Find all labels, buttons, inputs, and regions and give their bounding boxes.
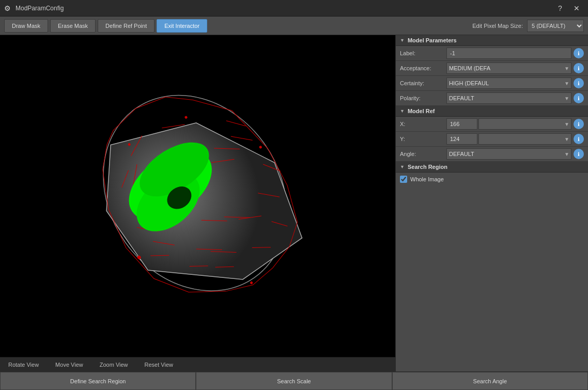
view-controls: Rotate View Move View Zoom View Reset Vi… <box>0 357 395 371</box>
move-view-button[interactable]: Move View <box>55 362 83 368</box>
acceptance-select-wrapper: MEDIUM (DEFA ▼ <box>446 63 571 74</box>
acceptance-select[interactable]: MEDIUM (DEFA <box>447 65 563 71</box>
acceptance-value-group: MEDIUM (DEFA ▼ <box>446 63 571 74</box>
pixel-map-area: Edit Pixel Map Size: 5 (DEFAULT) <box>472 20 584 32</box>
whole-image-row: Whole Image <box>400 176 584 183</box>
exit-interactor-button[interactable]: Exit Interactor <box>157 19 207 33</box>
zoom-view-button[interactable]: Zoom View <box>100 362 128 368</box>
canvas-area: Rotate View Move View Zoom View Reset Vi… <box>0 35 395 371</box>
y-label: Y: <box>400 136 446 142</box>
certainty-info-button[interactable]: ℹ <box>574 78 584 88</box>
angle-row: Angle: DEFAULT ▼ ℹ <box>396 147 588 162</box>
angle-select-arrow: ▼ <box>563 151 571 157</box>
search-region-content: Whole Image <box>396 173 588 186</box>
canvas-viewport[interactable] <box>0 35 395 357</box>
help-button[interactable]: ? <box>553 2 567 14</box>
search-region-arrow: ▼ <box>400 164 405 169</box>
y-select-arrow: ▼ <box>563 136 571 142</box>
angle-value-group: DEFAULT ▼ <box>446 148 571 160</box>
erase-mask-button[interactable]: Erase Mask <box>50 19 96 33</box>
label-info-button[interactable]: ℹ <box>574 48 584 58</box>
x-label: X: <box>400 121 446 127</box>
y-input[interactable] <box>446 133 477 145</box>
model-params-title: Model Parameters <box>408 37 457 43</box>
search-scale-button[interactable]: Search Scale <box>196 372 392 390</box>
angle-select-wrapper: DEFAULT ▼ <box>446 148 571 160</box>
x-select[interactable] <box>479 121 563 127</box>
x-row: X: ▼ ℹ <box>396 117 588 132</box>
reset-view-button[interactable]: Reset View <box>145 362 173 368</box>
close-button[interactable]: ✕ <box>569 2 584 14</box>
right-panel: ▼ Model Parameters Label: ℹ Acceptance: … <box>395 35 588 371</box>
certainty-value-group: HIGH (DEFAUL ▼ <box>446 77 571 89</box>
polarity-value-group: DEFAULT ▼ <box>446 92 571 104</box>
search-region-header[interactable]: ▼ Search Region <box>396 162 588 173</box>
polarity-select-arrow: ▼ <box>563 96 571 101</box>
label-value-group <box>446 48 571 59</box>
app-title: ModParamConfig <box>16 5 64 12</box>
x-info-button[interactable]: ℹ <box>574 119 584 129</box>
x-input[interactable] <box>446 118 477 130</box>
certainty-select-arrow: ▼ <box>563 81 571 86</box>
model-ref-title: Model Ref <box>408 108 435 114</box>
certainty-label: Certainty: <box>400 80 446 86</box>
title-bar-left: ⚙ ModParamConfig <box>4 4 64 12</box>
certainty-select[interactable]: HIGH (DEFAUL <box>447 80 563 86</box>
whole-image-label: Whole Image <box>410 176 444 182</box>
certainty-row: Certainty: HIGH (DEFAUL ▼ ℹ <box>396 76 588 91</box>
label-input[interactable] <box>446 48 571 59</box>
polarity-select-wrapper: DEFAULT ▼ <box>446 92 571 104</box>
polarity-info-button[interactable]: ℹ <box>574 93 584 103</box>
acceptance-row: Acceptance: MEDIUM (DEFA ▼ ℹ <box>396 61 588 76</box>
label-row: Label: ℹ <box>396 46 588 61</box>
title-bar-controls: ? ✕ <box>553 2 584 14</box>
acceptance-select-arrow: ▼ <box>563 66 571 71</box>
angle-select[interactable]: DEFAULT <box>447 151 563 157</box>
bottom-bar: Define Search Region Search Scale Search… <box>0 371 588 390</box>
pixel-map-label: Edit Pixel Map Size: <box>472 23 523 29</box>
x-select-arrow: ▼ <box>563 121 571 127</box>
y-value-group: ▼ <box>446 133 571 145</box>
toolbar: Draw Mask Erase Mask Define Ref Point Ex… <box>0 17 588 35</box>
model-ref-arrow: ▼ <box>400 108 405 114</box>
acceptance-label: Acceptance: <box>400 65 446 71</box>
define-search-region-button[interactable]: Define Search Region <box>0 372 196 390</box>
y-row: Y: ▼ ℹ <box>396 132 588 147</box>
angle-info-button[interactable]: ℹ <box>574 149 584 159</box>
y-select[interactable] <box>479 136 563 142</box>
y-select-wrapper: ▼ <box>478 133 571 145</box>
draw-mask-button[interactable]: Draw Mask <box>4 19 48 33</box>
model-ref-header[interactable]: ▼ Model Ref <box>396 106 588 117</box>
whole-image-checkbox[interactable] <box>400 176 407 183</box>
model-params-arrow: ▼ <box>400 38 405 43</box>
angle-label: Angle: <box>400 151 446 157</box>
model-params-header[interactable]: ▼ Model Parameters <box>396 35 588 46</box>
title-bar: ⚙ ModParamConfig ? ✕ <box>0 0 588 17</box>
acceptance-info-button[interactable]: ℹ <box>574 63 584 73</box>
x-value-group: ▼ <box>446 118 571 130</box>
canvas-svg <box>0 35 395 357</box>
y-info-button[interactable]: ℹ <box>574 134 584 144</box>
polarity-select[interactable]: DEFAULT <box>447 95 563 101</box>
define-ref-point-button[interactable]: Define Ref Point <box>98 19 154 33</box>
rotate-view-button[interactable]: Rotate View <box>8 362 39 368</box>
search-region-title: Search Region <box>408 164 447 170</box>
certainty-select-wrapper: HIGH (DEFAUL ▼ <box>446 77 571 89</box>
label-field-label: Label: <box>400 50 446 56</box>
pixel-map-select[interactable]: 5 (DEFAULT) <box>527 20 584 32</box>
polarity-label: Polarity: <box>400 95 446 101</box>
search-angle-button[interactable]: Search Angle <box>392 372 588 390</box>
main-layout: Rotate View Move View Zoom View Reset Vi… <box>0 35 588 371</box>
x-select-wrapper: ▼ <box>478 118 571 130</box>
polarity-row: Polarity: DEFAULT ▼ ℹ <box>396 91 588 106</box>
app-icon: ⚙ <box>4 4 12 12</box>
